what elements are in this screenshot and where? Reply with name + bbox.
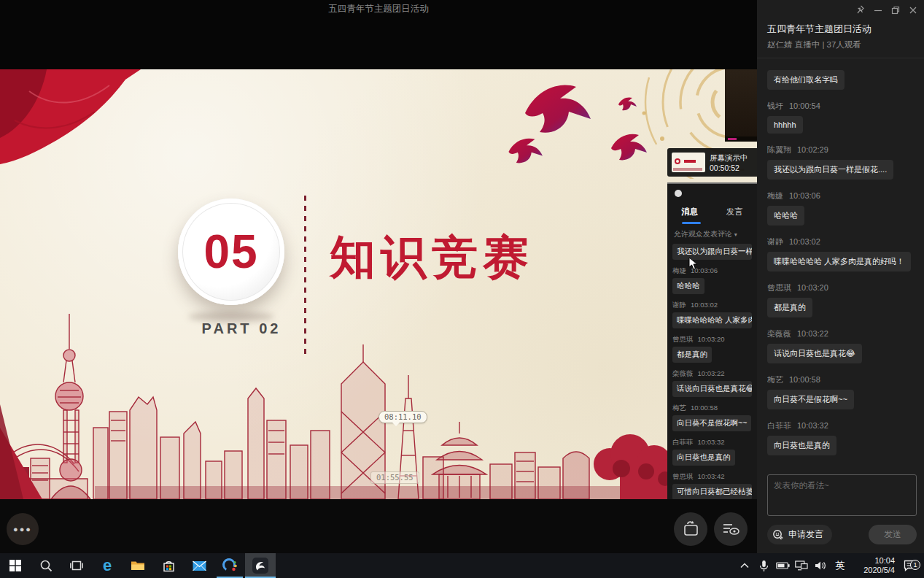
chat-message: 陈翼翔10:02:29 我还以为跟向日葵一样是假花.... [767, 144, 918, 182]
close-icon[interactable] [907, 5, 918, 15]
chat-message: 白菲菲10:03:32 向日葵也是真的 [672, 438, 752, 469]
tray-display-button[interactable] [794, 560, 809, 571]
chat-author: 栾薇薇 [767, 329, 791, 338]
chat-author: 白菲菲 [767, 421, 791, 430]
explorer-icon [131, 560, 145, 571]
chat-time: 10:03:42 [698, 472, 725, 480]
chat-author: 曾思琪 [672, 472, 694, 480]
chat-author: 谢静 [672, 301, 686, 309]
file-explorer-button[interactable] [123, 553, 153, 578]
comment-view-icon [721, 522, 740, 536]
taskbar-clock[interactable]: 10:04 2020/5/4 [853, 556, 895, 575]
chat-message: 梅婕10:03:06 哈哈哈 [767, 190, 918, 228]
chat-author: 曾思琪 [672, 335, 694, 343]
inner-tab-messages: 消息 [667, 207, 713, 217]
taskbar-search-button[interactable] [31, 553, 61, 578]
maximize-icon[interactable] [890, 5, 901, 15]
edge-browser-button[interactable]: e [92, 553, 123, 578]
request-speak-button[interactable]: 申请发言 [767, 525, 832, 544]
slide-part-label: PART 02 [194, 320, 289, 337]
chat-author: 钱圩 [767, 101, 783, 110]
ime-indicator[interactable]: 英 [832, 559, 848, 572]
chat-time: 10:00:54 [789, 101, 820, 110]
time-marker-badge: 01:55.55 [370, 471, 419, 484]
raise-hand-icon [772, 528, 785, 542]
chat-author: 陈翼翔 [767, 145, 791, 154]
meeting-app-icon [222, 558, 238, 574]
camera-feed-thumbnail [725, 69, 757, 142]
pin-icon[interactable] [855, 5, 866, 15]
chat-bubble: 哈哈哈 [672, 278, 704, 294]
taskbar: e [0, 553, 924, 578]
microsoft-store-button[interactable] [153, 553, 184, 578]
slide-section-number-circle: 05 [178, 199, 284, 305]
comment-input[interactable] [767, 474, 917, 516]
chat-message: 栾薇薇10:03:22 话说向日葵也是真花😂 [672, 369, 752, 400]
send-button[interactable]: 发送 [869, 525, 917, 544]
comment-overlay-toggle-button[interactable] [714, 512, 748, 546]
chat-message: 梅艺10:00:58 向日葵不是假花啊~~ [767, 374, 918, 412]
chat-bubble: 我还以为跟向日葵一样是假花.... [767, 160, 893, 180]
presenting-thumbnail [672, 153, 705, 172]
meeting-app-button[interactable] [214, 553, 245, 578]
start-button[interactable] [0, 553, 31, 578]
slide-section-number: 05 [203, 225, 258, 279]
edge-icon: e [103, 558, 112, 573]
chat-time: 10:00:58 [789, 375, 820, 384]
tray-chevron-button[interactable] [737, 563, 752, 569]
live-app-button[interactable] [245, 553, 276, 578]
stream-title: 五四青年节主题团日活动 [767, 23, 871, 36]
shared-screen-stage: 05 PART 02 知识竞赛 08:11.10 01:55.55 屏幕演示中 … [0, 69, 757, 499]
red-flag-decoration [0, 69, 142, 177]
stream-status: 赵仁婧 直播中 | 37人观看 [767, 39, 861, 50]
live-app-icon [252, 557, 269, 574]
chat-time: 10:03:20 [797, 283, 828, 292]
slide-heading: 知识竞赛 [330, 226, 534, 289]
chat-message: 白菲菲10:03:32 向日葵也是真的 [767, 420, 918, 458]
chat-message: 有给他们取名字吗 [767, 70, 918, 93]
dual-display-icon [795, 560, 808, 571]
mail-button[interactable] [184, 553, 214, 578]
chat-bubble: 话说向日葵也是真花😂 [767, 344, 862, 363]
mail-icon [193, 560, 206, 571]
chat-author: 梅婕 [672, 266, 686, 274]
chat-sidebar: 五四青年节主题团日活动 赵仁婧 直播中 | 37人观看 有给他们取名字吗 钱圩1… [757, 0, 924, 553]
chat-author: 栾薇薇 [672, 369, 694, 377]
chat-bubble: hhhhh [767, 116, 803, 134]
chat-message: 钱圩10:00:54 hhhhh [767, 101, 918, 136]
chat-time: 10:03:32 [698, 438, 725, 446]
chat-time: 10:00:58 [691, 404, 718, 412]
chat-message-list[interactable]: 有给他们取名字吗 钱圩10:00:54 hhhhh 陈翼翔10:02:29 我还… [767, 70, 918, 467]
chat-author: 白菲菲 [672, 438, 694, 446]
screen-presenting-badge: 屏幕演示中 00:50:52 [667, 148, 757, 177]
chat-bubble: 喋喋哈哈哈哈 人家多肉是真的好吗！ [672, 312, 752, 328]
chat-message: 栾薇薇10:03:22 话说向日葵也是真花😂 [767, 328, 918, 366]
search-icon [39, 559, 53, 572]
minimize-icon[interactable] [872, 5, 883, 15]
tray-battery-button[interactable] [775, 562, 790, 569]
chat-bubble: 向日葵不是假花啊~~ [767, 390, 854, 409]
notification-count-badge: 1 [910, 560, 920, 570]
chat-bubble: 哈哈哈 [767, 206, 804, 226]
chat-bubble: 都是真的 [672, 347, 712, 363]
main-window-title: 五四青年节主题团日活动 [328, 3, 429, 15]
presenting-timer: 00:50:52 [710, 163, 748, 173]
dashed-divider [304, 196, 306, 355]
camera-mark [728, 138, 737, 140]
record-dot [675, 190, 682, 197]
switch-window-button[interactable] [674, 512, 707, 546]
chat-author: 谢静 [767, 237, 783, 246]
chat-bubble: 向日葵不是假花啊~~ [672, 415, 751, 431]
chat-author: 曾思琪 [767, 283, 791, 292]
more-button[interactable]: ●●● [7, 513, 39, 545]
tray-volume-button[interactable] [813, 560, 828, 571]
tray-mic-button[interactable] [756, 560, 771, 572]
main-window: 五四青年节主题团日活动 [0, 0, 757, 553]
chat-bubble: 喋喋哈哈哈哈 人家多肉是真的好吗！ [767, 252, 911, 271]
notification-center-button[interactable]: 1 [899, 560, 921, 571]
chat-time: 10:03:32 [797, 421, 828, 430]
volume-icon [815, 560, 826, 571]
cursor-icon [688, 257, 699, 270]
task-view-button[interactable] [61, 553, 92, 578]
mic-icon [759, 560, 769, 572]
